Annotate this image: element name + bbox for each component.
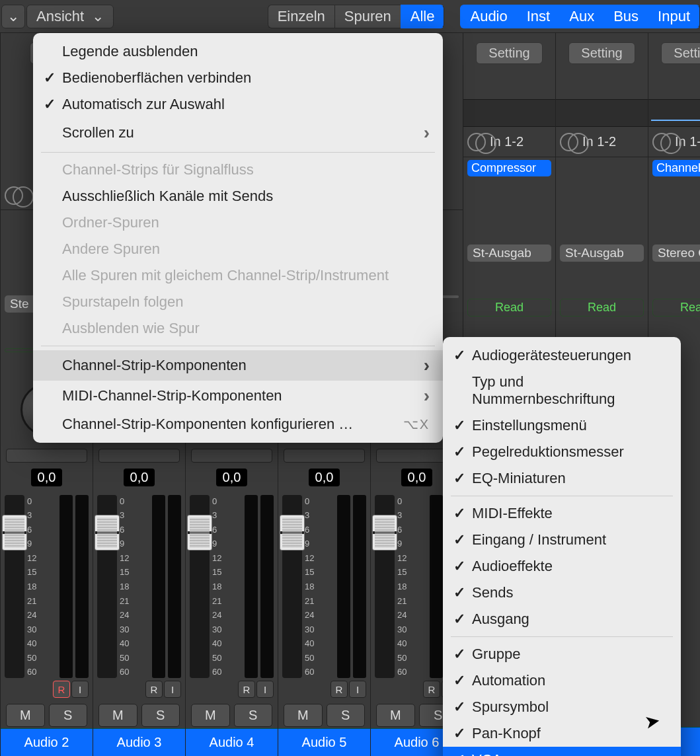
fader-cap[interactable] bbox=[2, 515, 27, 550]
chevron-right-icon bbox=[424, 355, 430, 376]
fader-track[interactable] bbox=[97, 495, 117, 678]
menu-separator bbox=[41, 346, 435, 346]
output-slot[interactable]: Stereo Ou bbox=[652, 245, 700, 262]
setting-button[interactable]: Setting bbox=[661, 42, 700, 64]
setting-button[interactable]: Setting bbox=[568, 42, 635, 64]
record-enable-button[interactable]: R bbox=[331, 681, 348, 698]
track-name[interactable]: Audio 3 bbox=[93, 728, 185, 756]
submenu-item[interactable]: Automation bbox=[443, 667, 681, 694]
setting-button[interactable]: Setting bbox=[476, 42, 542, 64]
mute-button[interactable]: M bbox=[284, 704, 323, 727]
type-aux[interactable]: Aux bbox=[559, 5, 603, 28]
type-audio[interactable]: Audio bbox=[460, 5, 516, 28]
type-bus[interactable]: Bus bbox=[603, 5, 648, 28]
menu-item-label: Spurstapeln folgen bbox=[62, 293, 183, 311]
menu-item-label: Eingang / Instrument bbox=[472, 531, 606, 548]
menu-item-label: Alle Spuren mit gleichem Channel-Strip/I… bbox=[62, 267, 389, 284]
io-section[interactable]: In 1-2 bbox=[556, 127, 648, 157]
mute-button[interactable]: M bbox=[98, 704, 137, 727]
eq-thumbnail[interactable] bbox=[648, 99, 700, 127]
submenu-item[interactable]: Audioeffekte bbox=[443, 553, 681, 580]
balance-slider[interactable] bbox=[98, 449, 180, 463]
submenu-item[interactable]: Pegelreduktionsmesser bbox=[443, 439, 681, 465]
fader-cap[interactable] bbox=[372, 515, 397, 550]
track-name[interactable]: Audio 2 bbox=[1, 728, 93, 756]
menu-item: Spurstapeln folgen bbox=[33, 289, 443, 315]
automation-mode[interactable]: Read bbox=[560, 299, 644, 317]
solo-button[interactable]: S bbox=[49, 704, 88, 727]
type-input[interactable]: Input bbox=[648, 5, 700, 28]
view-menu-button[interactable]: Ansicht ⌄ bbox=[26, 5, 114, 28]
menu-item-label: Channel-Strips für Signalfluss bbox=[62, 161, 254, 178]
eq-thumbnail[interactable] bbox=[463, 99, 555, 127]
fader-track[interactable] bbox=[282, 495, 302, 678]
mute-button[interactable]: M bbox=[6, 704, 45, 727]
track-name[interactable]: Audio 5 bbox=[278, 728, 370, 756]
submenu-item[interactable]: Ausgang bbox=[443, 606, 681, 632]
submenu-item[interactable]: Sends bbox=[443, 580, 681, 606]
fader-cap[interactable] bbox=[280, 515, 305, 550]
mute-button[interactable]: M bbox=[191, 704, 230, 727]
fader-value: 0,0 bbox=[124, 469, 155, 486]
output-slot[interactable]: St-Ausgab bbox=[467, 245, 551, 262]
insert-slot[interactable]: Compressor bbox=[467, 160, 551, 176]
menu-item: Andere Spuren bbox=[33, 236, 443, 262]
filter-einzeln[interactable]: Einzeln bbox=[268, 5, 334, 28]
fader-cap[interactable] bbox=[95, 515, 120, 550]
filter-spuren[interactable]: Spuren bbox=[334, 5, 401, 28]
view-menu-dropdown: Legende ausblendenBedienoberflächen verb… bbox=[33, 33, 443, 443]
menu-item[interactable]: Automatisch zur Auswahl bbox=[33, 91, 443, 118]
record-enable-button[interactable]: R bbox=[238, 681, 255, 698]
menu-item[interactable]: Channel-Strip-Komponenten konfigurieren … bbox=[33, 411, 443, 437]
balance-slider[interactable] bbox=[6, 449, 87, 463]
type-inst[interactable]: Inst bbox=[517, 5, 559, 28]
eq-thumbnail[interactable] bbox=[556, 99, 648, 127]
submenu-item[interactable]: MIDI-Effekte bbox=[443, 500, 681, 527]
menu-item[interactable]: Scrollen zu bbox=[33, 118, 443, 148]
record-enable-button[interactable]: R bbox=[53, 681, 70, 698]
automation-mode[interactable]: Read bbox=[652, 299, 700, 317]
balance-slider[interactable] bbox=[191, 449, 272, 463]
submenu-item[interactable]: Eingang / Instrument bbox=[443, 527, 681, 553]
track-name[interactable]: Audio 4 bbox=[186, 728, 278, 756]
submenu-item[interactable]: Typ und Nummernbeschriftung bbox=[443, 369, 681, 412]
filter-alle[interactable]: Alle bbox=[401, 5, 445, 28]
input-monitor-button[interactable]: I bbox=[71, 681, 89, 698]
submenu-item[interactable]: Einstellungsmenü bbox=[443, 412, 681, 439]
fader-value: 0,0 bbox=[309, 469, 340, 486]
solo-button[interactable]: S bbox=[234, 704, 273, 727]
fader-track[interactable] bbox=[375, 495, 395, 678]
solo-button[interactable]: S bbox=[327, 704, 366, 727]
level-meter bbox=[337, 495, 350, 678]
menu-item-label: Pan-Knopf bbox=[472, 725, 541, 742]
type-group: AudioInstAuxBusInput bbox=[460, 5, 700, 28]
menu-item[interactable]: Bedienoberflächen verbinden bbox=[33, 65, 443, 91]
menu-item[interactable]: Channel-Strip-Komponenten bbox=[33, 350, 443, 381]
menu-item[interactable]: MIDI-Channel-Strip-Komponenten bbox=[33, 381, 443, 411]
record-enable-button[interactable]: R bbox=[423, 681, 440, 698]
input-monitor-button[interactable]: I bbox=[349, 681, 366, 698]
fader-track[interactable] bbox=[190, 495, 210, 678]
menu-item[interactable]: Ausschließlich Kanäle mit Sends bbox=[33, 183, 443, 209]
solo-button[interactable]: S bbox=[141, 704, 180, 727]
menu-item: Channel-Strips für Signalfluss bbox=[33, 157, 443, 183]
io-section[interactable]: In 1-2 bbox=[463, 127, 555, 157]
submenu-item[interactable]: EQ-Miniaturen bbox=[443, 465, 681, 492]
submenu-item[interactable]: Audiogerätesteuerungen bbox=[443, 342, 681, 369]
output-slot[interactable]: St-Ausgab bbox=[560, 245, 644, 262]
fader-cap[interactable] bbox=[187, 515, 212, 550]
submenu-item[interactable]: VCA bbox=[443, 747, 681, 756]
fader-value: 0,0 bbox=[31, 469, 63, 486]
input-monitor-button[interactable]: I bbox=[164, 681, 181, 698]
mute-button[interactable]: M bbox=[376, 704, 415, 727]
io-section[interactable]: In 1-2 bbox=[648, 127, 700, 157]
record-enable-button[interactable]: R bbox=[145, 681, 163, 698]
balance-slider[interactable] bbox=[284, 449, 365, 463]
input-monitor-button[interactable]: I bbox=[256, 681, 274, 698]
automation-mode[interactable]: Read bbox=[467, 299, 551, 317]
toolbar-collapse-chevron[interactable]: ⌄ bbox=[1, 5, 25, 28]
menu-item[interactable]: Legende ausblenden bbox=[33, 38, 443, 65]
submenu-item[interactable]: Gruppe bbox=[443, 641, 681, 667]
fader-track[interactable] bbox=[5, 495, 24, 678]
insert-slot[interactable]: Channel E bbox=[652, 160, 700, 176]
